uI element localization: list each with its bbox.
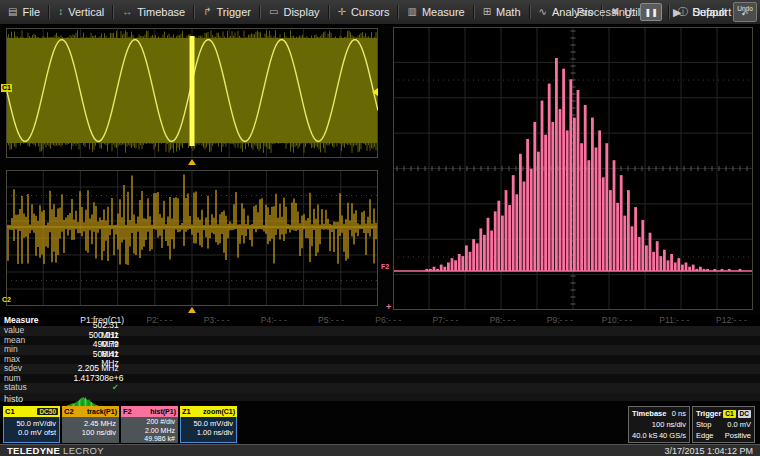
- pause-button[interactable]: ❚❚: [640, 3, 662, 21]
- descriptor-header: C1DC50: [3, 406, 60, 417]
- display-icon: ▭: [269, 7, 278, 17]
- measure-column-header[interactable]: P10:- - -: [588, 315, 645, 326]
- analysis-icon: ∿: [539, 7, 547, 17]
- menu-item-label: Display: [283, 6, 319, 18]
- trigger-level: 0.0 mV: [727, 419, 751, 430]
- measure-column-header[interactable]: P9:- - -: [531, 315, 588, 326]
- measure-column-header[interactable]: P7:- - -: [417, 315, 474, 326]
- descriptor-id: F2: [123, 407, 132, 416]
- measure-value-cell: 1.417308e+6: [74, 374, 132, 384]
- descriptor-body: 50.0 mV/div1.00 ns/div: [180, 417, 237, 443]
- measure-table[interactable]: MeasureP1:freq(C1)P2:- - -P3:- - -P4:- -…: [0, 315, 760, 401]
- trigger-box[interactable]: Trigger C1 DC Stop 0.0 mV Edge Positive: [692, 406, 755, 443]
- timebase-box[interactable]: Timebase 0 ns 100 ns/div 40.0 kS 40 GS/s: [628, 406, 690, 443]
- measure-column-header[interactable]: P4:- - -: [245, 315, 302, 326]
- trigger-mode: Stop: [696, 419, 711, 430]
- descriptor-title: hist(P1): [150, 408, 176, 415]
- trigger-type: Edge: [696, 430, 714, 441]
- z1-zoom-waveform-grid[interactable]: [6, 28, 378, 158]
- descriptor-body: 2.45 MHz100 ns/div: [62, 417, 119, 443]
- descriptor-line: 200 #/div: [121, 418, 175, 427]
- play-icon: ▶: [673, 6, 681, 19]
- timebase-delay: 0 ns: [672, 408, 686, 419]
- descriptor-title: track(P1): [87, 408, 117, 415]
- undo-button[interactable]: Undo ↶: [733, 2, 757, 22]
- descriptor-line: 2.00 MHz: [121, 427, 175, 436]
- f2-trace-tag[interactable]: F2: [381, 263, 389, 271]
- measure-column-header[interactable]: P12:- - -: [703, 315, 760, 326]
- default-setup-label[interactable]: Default: [692, 6, 727, 18]
- menu-item-display[interactable]: ▭Display: [261, 0, 328, 24]
- timebase-title: Timebase: [632, 408, 666, 419]
- trigger-level-marker[interactable]: [372, 88, 378, 96]
- undo-icon: ↶: [742, 12, 749, 18]
- menu-item-math[interactable]: ⊞Math: [475, 0, 529, 24]
- menu-item-timebase[interactable]: ↔Timebase: [114, 0, 193, 24]
- menu-item-cursors[interactable]: ✛Cursors: [330, 0, 398, 24]
- file-icon: ▤: [8, 7, 17, 17]
- histogram-origin-marker: +: [386, 303, 391, 312]
- menu-item-trigger[interactable]: ↱Trigger: [195, 0, 259, 24]
- descriptor-title: zoom(C1): [203, 408, 235, 415]
- descriptor-c1[interactable]: C1DC5050.0 mV/div0.0 mV ofst: [3, 406, 60, 443]
- descriptor-line: 1.00 ns/div: [181, 428, 233, 437]
- descriptor-line: 0.0 mV ofst: [4, 428, 56, 437]
- math-icon: ⊞: [483, 7, 491, 17]
- c1-trace-tag[interactable]: C1: [1, 84, 12, 92]
- histo-label: histo: [4, 394, 23, 404]
- menu-right-cluster: Processing: ❚❚ ▶ Default Undo ↶: [577, 0, 757, 24]
- descriptor-line: 50.0 mV/div: [4, 419, 56, 428]
- menu-item-label: Measure: [422, 6, 465, 18]
- descriptor-id: C1: [5, 407, 15, 416]
- measure-row-label: status: [0, 383, 74, 393]
- oscilloscope-app: ▤File↕Vertical↔Timebase↱Trigger▭Display✛…: [0, 0, 760, 456]
- descriptor-f2[interactable]: F2hist(P1)200 #/div2.00 MHz49.986 k#: [121, 406, 178, 443]
- histo-thumbnail[interactable]: [55, 393, 115, 407]
- menu-item-label: Timebase: [137, 6, 185, 18]
- footer-bar: TELEDYNELECROY 3/17/2015 1:04:12 PM: [0, 444, 760, 456]
- descriptor-line: 2.45 MHz: [62, 419, 116, 428]
- menu-bar: ▤File↕Vertical↔Timebase↱Trigger▭Display✛…: [0, 0, 760, 25]
- play-button[interactable]: ▶: [668, 3, 686, 21]
- measure-column-header[interactable]: P3:- - -: [188, 315, 245, 326]
- measure-column-header[interactable]: P11:- - -: [646, 315, 703, 326]
- descriptor-body: 200 #/div2.00 MHz49.986 k#: [121, 417, 178, 443]
- descriptor-z1[interactable]: Z1zoom(C1)50.0 mV/div1.00 ns/div: [180, 406, 237, 443]
- trigger-time-marker-mid[interactable]: [188, 307, 196, 313]
- timebase-scale: 100 ns/div: [652, 419, 686, 430]
- menu-item-label: Math: [496, 6, 520, 18]
- measure-column-header[interactable]: P6:- - -: [360, 315, 417, 326]
- trigger-icon: ↱: [203, 7, 211, 17]
- brand-rest: LECROY: [63, 445, 104, 456]
- measure-row-num: num1.417308e+6: [0, 374, 760, 384]
- vertical-icon: ↕: [58, 7, 63, 17]
- menu-item-label: Vertical: [68, 6, 104, 18]
- descriptor-header: Z1zoom(C1): [180, 406, 237, 417]
- descriptor-line: 49.986 k#: [121, 435, 175, 444]
- f2-histogram-grid[interactable]: [393, 27, 753, 310]
- measure-column-header[interactable]: P2:- - -: [131, 315, 188, 326]
- c2-track-waveform-grid[interactable]: [6, 170, 378, 306]
- descriptor-c2[interactable]: C2track(P1)2.45 MHz100 ns/div: [62, 406, 119, 443]
- measure-row-status: status✔: [0, 383, 760, 393]
- trigger-time-marker-top[interactable]: [188, 159, 196, 165]
- menu-item-vertical[interactable]: ↕Vertical: [50, 0, 112, 24]
- trigger-title: Trigger: [696, 408, 721, 419]
- trigger-coupling-badge: DC: [738, 410, 751, 418]
- c2-trace-tag[interactable]: C2: [2, 296, 11, 304]
- coupling-badge: DC50: [37, 408, 58, 415]
- processing-label: Processing:: [577, 6, 634, 18]
- descriptor-body: 50.0 mV/div0.0 mV ofst: [3, 417, 60, 443]
- descriptor-header: F2hist(P1): [121, 406, 178, 417]
- menu-item-file[interactable]: ▤File: [0, 0, 48, 24]
- measure-column-header[interactable]: P8:- - -: [474, 315, 531, 326]
- timebase-icon: ↔: [122, 7, 132, 17]
- datetime-label: 3/17/2015 1:04:12 PM: [664, 446, 753, 456]
- timebase-rate: 40 GS/s: [659, 430, 686, 441]
- measure-column-header[interactable]: P5:- - -: [302, 315, 359, 326]
- menu-item-label: Cursors: [351, 6, 390, 18]
- menu-item-measure[interactable]: ▥Measure: [399, 0, 472, 24]
- brand-bold: TELEDYNE: [7, 445, 60, 456]
- status-check-icon: ✔: [74, 383, 131, 393]
- menu-item-label: Trigger: [217, 6, 251, 18]
